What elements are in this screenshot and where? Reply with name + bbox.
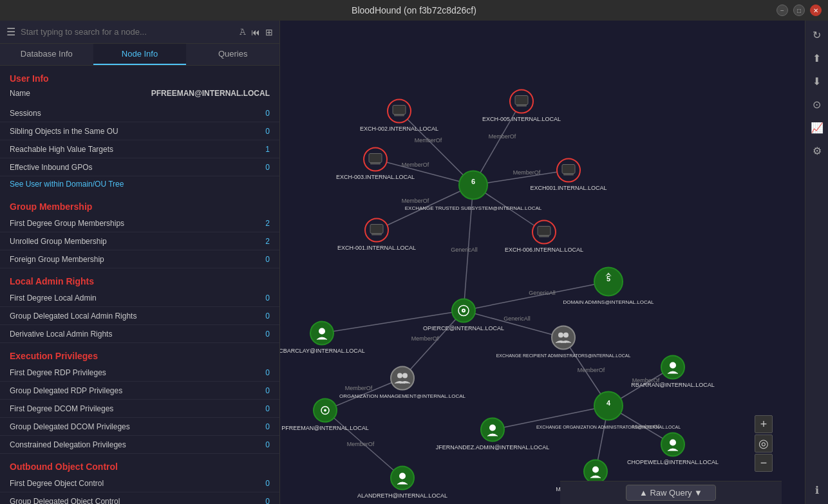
foreign-groups-label: Foreign Group Membership <box>10 255 104 264</box>
back-icon[interactable]: ⏮ <box>251 27 260 37</box>
hamburger-icon[interactable]: ☰ <box>6 26 15 38</box>
label-opierce: OPIERCE@INTERNAL.LOCAL <box>423 325 504 331</box>
refresh-icon[interactable]: ↻ <box>808 26 826 44</box>
tab-database[interactable]: Database Info <box>0 44 93 65</box>
svg-text:6: 6 <box>471 178 475 185</box>
node-exch001b[interactable]: EXCH-001.INTERNAL.LOCAL <box>337 219 416 251</box>
reachable-label: Reachable High Value Targets <box>10 145 113 154</box>
svg-rect-4 <box>515 96 528 105</box>
raw-query-button[interactable]: ▲ Raw Query ▼ <box>626 485 716 501</box>
window-controls[interactable]: − □ ✕ <box>776 5 822 16</box>
label-domain-admins: DOMAIN ADMINS@INTERNAL.LOCAL <box>563 299 654 305</box>
group-dcom-label: Group Delegated DCOM Privileges <box>10 422 130 431</box>
svg-point-30 <box>558 333 563 338</box>
node-exchange-recipient[interactable]: EXCHANGE RECIPIENT ADMINISTRATORS@INTERN… <box>496 326 631 358</box>
reachable-row[interactable]: Reachable High Value Targets 1 <box>0 140 279 158</box>
tab-queries[interactable]: Queries <box>186 44 279 65</box>
svg-rect-1 <box>393 106 406 115</box>
label-exchange-org-admins: EXCHANGE ORGANIZATION ADMINISTRATORS@INT… <box>536 425 681 429</box>
first-degree-admin-row[interactable]: First Degree Local Admin 0 <box>0 289 279 307</box>
node-exchange-trusted[interactable]: 6 EXCHANGE TRUSTED SUBSYSTEM@INTERNAL.LO… <box>405 171 542 211</box>
svg-rect-5 <box>516 105 527 107</box>
node-cbarclay[interactable]: CBARCLAY@INTERNAL.LOCAL <box>280 322 365 354</box>
first-degree-admin-label: First Degree Local Admin <box>10 294 97 303</box>
titlebar: BloodHound (on f3b72c8d26cf) − □ ✕ <box>0 0 828 21</box>
derivative-admin-value: 0 <box>265 330 270 339</box>
left-panel: ☰ 𝙰 ⏮ ⊞ Database Info Node Info Queries … <box>0 21 280 504</box>
node-domain-admins[interactable]: 5 DOMAIN ADMINS@INTERNAL.LOCAL <box>563 268 654 305</box>
search-input[interactable] <box>21 27 234 37</box>
sibling-label: Sibling Objects in the Same OU <box>10 127 118 136</box>
foreign-groups-row[interactable]: Foreign Group Membership 0 <box>0 250 279 268</box>
node-org-management[interactable]: ORGANIZATION MANAGEMENT@INTERNAL.LOCAL <box>339 367 466 399</box>
sessions-row[interactable]: Sessions 0 <box>0 104 279 122</box>
foreign-groups-value: 0 <box>265 255 270 264</box>
edge-label-genericall2: GenericAll <box>529 290 556 296</box>
edge-label-genericall3: GenericAll <box>503 315 531 322</box>
first-degree-admin-value: 0 <box>265 294 270 303</box>
edge-opierce-orgmgmt <box>402 311 464 378</box>
focus-icon[interactable]: ⊙ <box>808 95 826 113</box>
group-dcom-row[interactable]: Group Delegated DCOM Privileges 0 <box>0 418 279 436</box>
rdp-privileges-row[interactable]: First Degree RDP Privileges 0 <box>0 364 279 382</box>
label-exch001: EXCH001.INTERNAL.LOCAL <box>530 185 607 191</box>
svg-point-45 <box>670 440 676 446</box>
first-degree-groups-row[interactable]: First Degree Group Memberships 2 <box>0 214 279 232</box>
group-rdp-row[interactable]: Group Delegated RDP Privileges 0 <box>0 382 279 400</box>
sessions-label: Sessions <box>10 109 41 118</box>
node-rbarran[interactable]: RBARRAN@INTERNAL.LOCAL <box>631 356 715 388</box>
node-pfreeman[interactable]: PFREEMAN@INTERNAL.LOCAL <box>281 399 369 431</box>
group-delegated-admin-row[interactable]: Group Delegated Local Admin Rights 0 <box>0 307 279 325</box>
label-jfernandez: JFERNANDEZ.ADMIN@INTERNAL.LOCAL <box>436 444 550 451</box>
graph-svg: MemberOf MemberOf MemberOf MemberOf Memb… <box>280 21 805 504</box>
graph-area[interactable]: MemberOf MemberOf MemberOf MemberOf Memb… <box>280 21 805 504</box>
zoom-in-button[interactable]: + <box>755 415 773 433</box>
info-icon[interactable]: ℹ <box>808 481 826 499</box>
tab-node[interactable]: Node Info <box>93 44 187 65</box>
svg-rect-8 <box>370 163 381 165</box>
node-exch002[interactable]: EXCH-002.INTERNAL.LOCAL <box>360 100 438 132</box>
filter-icon[interactable]: ⊞ <box>265 27 273 37</box>
close-button[interactable]: ✕ <box>810 5 822 16</box>
zoom-reset-button[interactable]: ◎ <box>755 434 773 453</box>
app-title: BloodHound (on f3b72c8d26cf) <box>352 5 476 15</box>
domain-ou-link[interactable]: See User within Domain/OU Tree <box>10 180 124 189</box>
group-rdp-label: Group Delegated RDP Privileges <box>10 386 122 395</box>
unrolled-groups-value: 2 <box>265 237 270 246</box>
upload-icon[interactable]: ⬆ <box>808 49 826 67</box>
settings-icon[interactable]: ⚙ <box>808 142 826 160</box>
first-degree-groups-label: First Degree Group Memberships <box>10 219 124 228</box>
constrained-delegation-row[interactable]: Constrained Delegation Privileges 0 <box>0 436 279 454</box>
font-icon[interactable]: 𝙰 <box>240 26 246 37</box>
group-delegated-object-row[interactable]: Group Delegated Object Control 0 <box>0 492 279 504</box>
derivative-admin-row[interactable]: Derivative Local Admin Rights 0 <box>0 325 279 343</box>
node-chopewell[interactable]: CHOPEWELL@INTERNAL.LOCAL <box>627 433 719 465</box>
edge-label-memberof6: MemberOf <box>411 335 439 342</box>
zoom-out-button[interactable]: − <box>755 454 773 472</box>
svg-rect-11 <box>563 174 574 176</box>
node-exch005[interactable]: EXCH-005.INTERNAL.LOCAL <box>482 90 561 122</box>
minimize-button[interactable]: − <box>776 5 788 16</box>
node-jfernandez[interactable]: JFERNANDEZ.ADMIN@INTERNAL.LOCAL <box>436 418 550 451</box>
group-rdp-value: 0 <box>265 386 270 395</box>
node-alandreth[interactable]: ALANDRETH@INTERNAL.LOCAL <box>357 467 447 499</box>
domain-ou-link-row[interactable]: See User within Domain/OU Tree <box>0 176 279 194</box>
gpos-row[interactable]: Effective Inbound GPOs 0 <box>0 158 279 176</box>
reachable-value: 1 <box>265 145 270 154</box>
unrolled-groups-row[interactable]: Unrolled Group Membership 2 <box>0 232 279 250</box>
first-degree-object-row[interactable]: First Degree Object Control 0 <box>0 474 279 492</box>
rdp-privileges-value: 0 <box>265 368 270 377</box>
svg-point-29 <box>552 326 575 350</box>
chart-icon[interactable]: 📈 <box>808 118 826 136</box>
sibling-row[interactable]: Sibling Objects in the Same OU 0 <box>0 122 279 140</box>
edge-label-memberof2: MemberOf <box>489 133 516 140</box>
download-icon[interactable]: ⬇ <box>808 72 826 90</box>
svg-point-28 <box>319 328 325 335</box>
first-degree-object-value: 0 <box>265 479 270 488</box>
svg-point-43 <box>489 425 496 431</box>
maximize-button[interactable]: □ <box>793 5 805 16</box>
svg-rect-16 <box>372 234 382 236</box>
label-exch003: EXCH-003.INTERNAL.LOCAL <box>336 174 415 180</box>
node-exch006[interactable]: EXCH-006.INTERNAL.LOCAL <box>505 221 583 253</box>
dcom-row[interactable]: First Degree DCOM Privileges 0 <box>0 400 279 418</box>
